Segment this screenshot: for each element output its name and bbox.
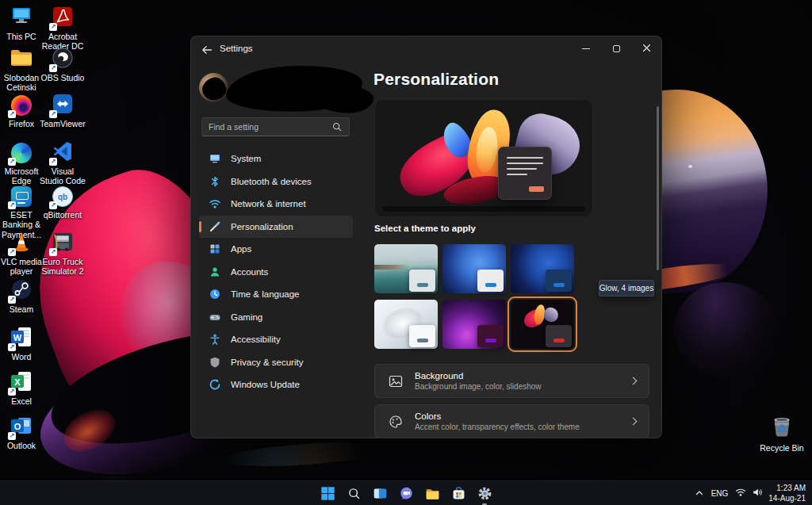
- nav-item-apps[interactable]: Apps: [199, 238, 353, 261]
- accounts-person-icon: [209, 266, 221, 278]
- theme-thumbnail-2[interactable]: [442, 244, 506, 293]
- shortcut-arrow-icon: ↗: [8, 248, 16, 256]
- desktop-icon-obs[interactable]: ↗ OBS Studio: [40, 48, 86, 82]
- desktop-icon-steam[interactable]: ↗ Steam: [0, 279, 44, 314]
- chevron-right-icon: [630, 377, 638, 385]
- tray-wifi-icon[interactable]: [735, 487, 746, 501]
- nav-item-system[interactable]: System: [199, 147, 353, 170]
- task-view-button[interactable]: [370, 484, 389, 503]
- this-pc-icon: [9, 5, 34, 32]
- nav-label: Accessibility: [231, 335, 281, 344]
- shortcut-arrow-icon: ↗: [8, 296, 16, 304]
- nav-label: Bluetooth & devices: [231, 177, 312, 186]
- background-row[interactable]: Background Background image, color, slid…: [374, 364, 649, 398]
- shortcut-arrow-icon: ↗: [49, 23, 57, 31]
- nav-item-windows-update[interactable]: Windows Update: [199, 373, 353, 396]
- nav-label: Time & language: [231, 289, 300, 299]
- tray-chevron-up-icon[interactable]: [695, 487, 704, 501]
- windows-logo-icon: [320, 486, 335, 501]
- desktop-icon-vscode[interactable]: ↗ Visual Studio Code: [40, 141, 86, 186]
- theme-thumbnail-3[interactable]: [511, 244, 574, 293]
- shortcut-arrow-icon: ↗: [8, 388, 16, 396]
- theme-thumbnail-1[interactable]: [374, 244, 438, 293]
- svg-text:W: W: [13, 333, 22, 342]
- accessibility-person-icon: [209, 333, 221, 346]
- theme-thumbnail-4[interactable]: [374, 300, 438, 349]
- desktop-icon-ets2[interactable]: ↗ Euro Truck Simulator 2: [40, 231, 86, 277]
- shortcut-arrow-icon: ↗: [49, 158, 57, 166]
- desktop-icon-label: Steam: [10, 304, 33, 314]
- settings-taskbar-button[interactable]: [475, 484, 494, 503]
- taskbar-search-button[interactable]: [344, 484, 363, 503]
- svg-text:X: X: [14, 377, 21, 387]
- desktop-icon-qbittorrent[interactable]: qb↗ qBittorrent: [40, 185, 86, 220]
- tray-volume-icon[interactable]: [752, 487, 763, 501]
- file-explorer-button[interactable]: [423, 484, 442, 503]
- select-theme-label: Select a theme to apply: [374, 224, 476, 233]
- desktop-icon-recycle-bin[interactable]: Recycle Bin: [757, 414, 806, 453]
- desktop-icon-edge[interactable]: ↗ Microsoft Edge: [0, 141, 44, 186]
- taskbar-center-icons: [318, 481, 494, 505]
- start-button[interactable]: [318, 484, 337, 503]
- desktop-icon-folder[interactable]: Slobodan Cetinski: [0, 48, 44, 93]
- recycle-bin-icon: [768, 414, 795, 442]
- desktop-icon-word[interactable]: W↗ Word: [0, 327, 44, 362]
- desktop-icon-label: Microsoft Edge: [0, 166, 44, 186]
- hero-taskbar-strip: [383, 206, 584, 212]
- desktop-icon-firefox[interactable]: ↗ Firefox: [0, 94, 44, 128]
- desktop-icon-label: Visual Studio Code: [40, 166, 86, 186]
- language-indicator[interactable]: ENG: [710, 489, 730, 498]
- theme-3-window-mock: [546, 270, 572, 292]
- row-subtitle: Background image, color, slideshow: [415, 382, 630, 391]
- desktop-icon-label: This PC: [6, 32, 36, 41]
- colors-row[interactable]: Colors Accent color, transparency effect…: [374, 404, 649, 438]
- nav-item-network[interactable]: Network & internet: [199, 193, 353, 216]
- settings-search-box[interactable]: [201, 117, 350, 136]
- nav-item-personalization[interactable]: Personalization: [199, 216, 353, 239]
- back-button[interactable]: [201, 44, 213, 56]
- theme-1-window-mock: [409, 270, 435, 292]
- settings-window: Settings System Bluetooth & devices: [190, 36, 662, 438]
- desktop-icon-vlc[interactable]: ↗ VLC media player: [0, 231, 44, 277]
- desktop-icon-this-pc[interactable]: This PC: [0, 6, 44, 41]
- theme-thumbnail-6-selected[interactable]: [511, 300, 574, 349]
- desktop-icon-excel[interactable]: X↗ Excel: [0, 371, 44, 406]
- content-scrollbar[interactable]: [657, 106, 659, 270]
- nav-item-accounts[interactable]: Accounts: [199, 261, 353, 284]
- search-input[interactable]: [202, 122, 331, 132]
- theme-5-window-mock: [477, 325, 504, 347]
- desktop-icon-label: qBittorrent: [44, 210, 82, 220]
- store-icon: [451, 486, 466, 501]
- nav-item-privacy[interactable]: Privacy & security: [199, 351, 353, 374]
- shortcut-arrow-icon: ↗: [49, 248, 57, 256]
- nav-label: Privacy & security: [231, 358, 303, 367]
- tray-clock[interactable]: 1:23 AM 14-Aug-21: [768, 484, 809, 503]
- system-tray: ENG 1:23 AM 14-Aug-21: [695, 481, 809, 505]
- microsoft-store-button[interactable]: [449, 484, 468, 503]
- nav-item-accessibility[interactable]: Accessibility: [199, 328, 353, 351]
- desktop-icon-teamviewer[interactable]: ↗ TeamViewer: [40, 94, 86, 128]
- wallpaper-diffraction-streak: [221, 438, 389, 471]
- shortcut-arrow-icon: ↗: [49, 201, 57, 209]
- update-icon: [209, 378, 221, 391]
- nav-item-gaming[interactable]: Gaming: [199, 306, 353, 329]
- desktop-icon-label: Excel: [11, 396, 32, 406]
- user-avatar[interactable]: [199, 73, 228, 102]
- nav-item-bluetooth[interactable]: Bluetooth & devices: [199, 170, 353, 193]
- svg-text:O: O: [14, 422, 21, 431]
- desktop-icon-acrobat[interactable]: ↗ Acrobat Reader DC: [40, 6, 86, 52]
- bluetooth-icon: [209, 175, 221, 188]
- settings-content: Personalization Select a theme to apply: [366, 36, 661, 438]
- nav-label: Gaming: [231, 312, 262, 322]
- theme-thumbnail-5[interactable]: [442, 300, 506, 349]
- nav-label: Windows Update: [231, 380, 300, 389]
- desktop-icon-label: Recycle Bin: [760, 443, 803, 453]
- wallpaper-highlight-dot: [688, 165, 692, 168]
- shield-icon: [209, 356, 221, 369]
- chat-icon: [399, 486, 414, 501]
- shortcut-arrow-icon: ↗: [8, 432, 16, 440]
- desktop-icon-outlook[interactable]: O↗ Outlook: [0, 415, 44, 450]
- nav-item-time-language[interactable]: Time & language: [199, 283, 353, 306]
- chat-button[interactable]: [396, 484, 416, 503]
- taskbar: ENG 1:23 AM 14-Aug-21: [0, 480, 812, 505]
